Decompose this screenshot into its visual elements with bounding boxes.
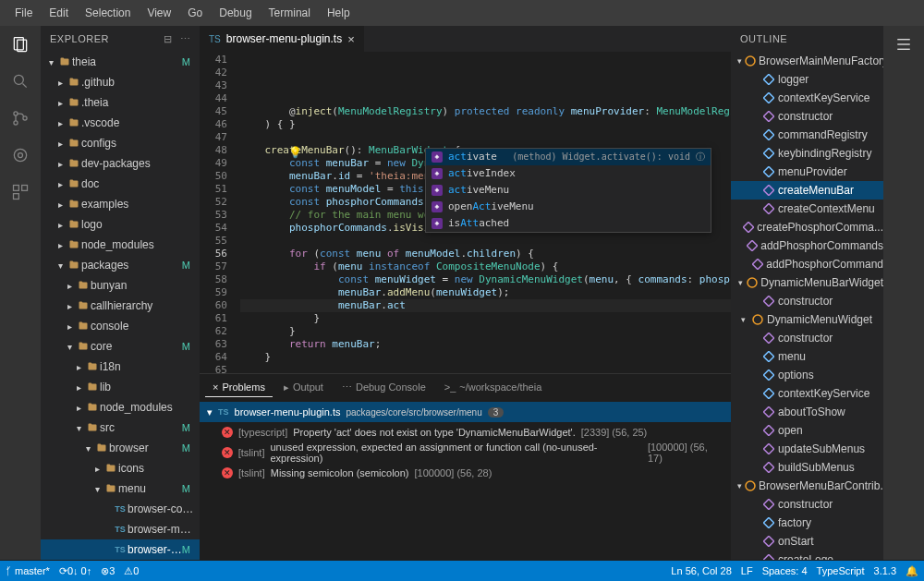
menu-help[interactable]: Help [320, 3, 358, 23]
menu-debug[interactable]: Debug [212, 3, 259, 23]
more-icon[interactable]: ⋯ [180, 33, 191, 45]
outline-item[interactable]: contextKeyService [731, 89, 883, 107]
scm-icon[interactable] [9, 107, 31, 129]
outline-item[interactable]: ▾BrowserMenuBarContrib... [731, 477, 883, 495]
problems-list[interactable]: ▾ TS browser-menu-plugin.ts packages/cor… [200, 400, 731, 560]
outline-item[interactable]: commandRegistry [731, 126, 883, 144]
menu-go[interactable]: Go [180, 3, 210, 23]
tree-item[interactable]: ▸ icons [41, 458, 200, 478]
outline-item[interactable]: createContextMenu [731, 200, 883, 218]
tree-item[interactable]: ▸ logo [41, 214, 200, 235]
status-branch[interactable]: ᚶ master* [6, 565, 50, 576]
panel-tab-problems[interactable]: ×Problems [205, 378, 273, 397]
autocomplete-item[interactable]: ◈isAttached [426, 215, 711, 232]
tree-item[interactable]: ▾ theiaM [41, 52, 200, 72]
outline-item[interactable]: constructor [731, 292, 883, 310]
problem-file-header[interactable]: ▾ TS browser-menu-plugin.ts packages/cor… [200, 402, 731, 422]
explorer-tree[interactable]: ▾ theiaM▸ .github▸ .theia▸ .vscode▸ conf… [41, 52, 200, 560]
tree-item[interactable]: TS browser-menu-plugin.tsM [41, 539, 200, 560]
autocomplete-item[interactable]: ◈activeIndex [426, 165, 711, 182]
extensions-icon[interactable] [9, 181, 31, 203]
status-bell[interactable]: 🔔 [906, 565, 918, 577]
status-ver[interactable]: 3.1.3 [874, 565, 896, 576]
outline-item[interactable]: updateSubMenus [731, 440, 883, 458]
close-icon[interactable]: × [347, 32, 355, 46]
status-warnings[interactable]: ⚠0 [124, 565, 139, 577]
tree-item[interactable]: ▾ packagesM [41, 255, 200, 275]
explorer-icon[interactable] [9, 33, 31, 55]
tree-item[interactable]: ▾ srcM [41, 418, 200, 438]
tree-item[interactable]: TS browser-menu-module.ts [41, 519, 200, 539]
debug-icon[interactable] [9, 144, 31, 166]
tree-item[interactable]: ▸ lib [41, 377, 200, 397]
menu-terminal[interactable]: Terminal [261, 3, 318, 23]
status-lncol[interactable]: Ln 56, Col 28 [671, 565, 731, 576]
problem-item[interactable]: ✕[tslint] unused expression, expected an… [200, 442, 731, 463]
panel-tab-debugconsole[interactable]: ⋯Debug Console [334, 378, 433, 397]
outline-item[interactable]: menu [731, 347, 883, 366]
tree-item[interactable]: ▸ examples [41, 194, 200, 214]
tree-item[interactable]: ▸ node_modules [41, 235, 200, 255]
outline-item[interactable]: aboutToShow [731, 403, 883, 421]
outline-item[interactable]: ▾BrowserMainMenuFactory [731, 52, 883, 70]
outline-item[interactable]: buildSubMenus [731, 458, 883, 477]
tree-item[interactable]: TS browser-context-menu-r... [41, 499, 200, 519]
panel-tab-output[interactable]: ▸Output [276, 378, 331, 397]
tree-item[interactable]: ▸ bunyan [41, 275, 200, 296]
autocomplete-item[interactable]: ◈openActiveMenu [426, 199, 711, 215]
problem-item[interactable]: ✕[tslint] Missing semicolon (semicolon) … [200, 463, 731, 483]
status-eol[interactable]: LF [741, 565, 753, 576]
outline-item[interactable]: open [731, 421, 883, 440]
outline-item[interactable]: menuProvider [731, 163, 883, 181]
status-lang[interactable]: TypeScript [817, 565, 865, 576]
tree-item[interactable]: ▸ .vscode [41, 113, 200, 133]
tree-item[interactable]: ▾ browserM [41, 438, 200, 458]
outline-item[interactable]: options [731, 366, 883, 384]
tree-item[interactable]: ▸ .theia [41, 92, 200, 113]
status-spaces[interactable]: Spaces: 4 [762, 565, 808, 576]
outline-icon[interactable] [893, 33, 915, 55]
code-editor[interactable]: 4142434445464748495051525354555657585960… [200, 52, 731, 373]
tree-item[interactable]: ▾ menuM [41, 478, 200, 499]
tree-item[interactable]: ▸ .github [41, 72, 200, 92]
outline-item[interactable]: constructor [731, 329, 883, 347]
lightbulb-icon[interactable]: 💡 [288, 146, 302, 159]
outline-item[interactable]: onStart [731, 532, 883, 551]
autocomplete-item[interactable]: ◈activate(method) Widget.activate(): voi… [426, 149, 711, 165]
problem-item[interactable]: ✕[typescript] Property 'act' does not ex… [200, 422, 731, 442]
menu-edit[interactable]: Edit [42, 3, 76, 23]
status-sync[interactable]: ⟳0↓ 0↑ [59, 565, 91, 577]
tree-item[interactable]: ▸ callhierarchy [41, 296, 200, 316]
status-errors[interactable]: ⊗3 [101, 565, 115, 577]
menu-file[interactable]: File [7, 3, 40, 23]
outline-item[interactable]: createPhosphorComma... [731, 218, 883, 236]
collapse-icon[interactable]: ⊟ [164, 33, 173, 45]
outline-item[interactable]: addPhosphorCommands [731, 236, 883, 255]
outline-item[interactable]: constructor [731, 495, 883, 514]
outline-item[interactable]: ▾DynamicMenuWidget [731, 310, 883, 329]
tree-item[interactable]: ▸ console [41, 316, 200, 336]
outline-item[interactable]: factory [731, 514, 883, 532]
search-icon[interactable] [9, 70, 31, 92]
menu-selection[interactable]: Selection [78, 3, 138, 23]
outline-item[interactable]: createLogo [731, 551, 883, 560]
autocomplete-popup[interactable]: ◈activate(method) Widget.activate(): voi… [425, 148, 711, 233]
outline-item[interactable]: ▾DynamicMenuBarWidget [731, 273, 883, 292]
outline-tree[interactable]: ▾BrowserMainMenuFactoryloggercontextKeyS… [731, 52, 883, 560]
tree-item[interactable]: ▸ dev-packages [41, 153, 200, 174]
tab-browser-menu-plugin[interactable]: TS browser-menu-plugin.ts × [200, 26, 365, 52]
tree-item[interactable]: ▸ configs [41, 133, 200, 153]
autocomplete-item[interactable]: ◈activeMenu [426, 182, 711, 199]
outline-item[interactable]: keybindingRegistry [731, 144, 883, 163]
panel-tab-workspacetheia[interactable]: >_~/workspace/theia [437, 378, 550, 396]
tree-item[interactable]: ▾ coreM [41, 336, 200, 357]
tree-item[interactable]: ▸ i18n [41, 357, 200, 377]
outline-item[interactable]: contextKeyService [731, 384, 883, 403]
tree-item[interactable]: ▸ doc [41, 174, 200, 194]
outline-item[interactable]: constructor [731, 107, 883, 126]
tree-item[interactable]: ▸ node_modules [41, 397, 200, 418]
menu-view[interactable]: View [140, 3, 178, 23]
outline-item[interactable]: addPhosphorCommand [731, 255, 883, 273]
outline-item[interactable]: logger [731, 70, 883, 89]
outline-item[interactable]: createMenuBar [731, 181, 883, 200]
